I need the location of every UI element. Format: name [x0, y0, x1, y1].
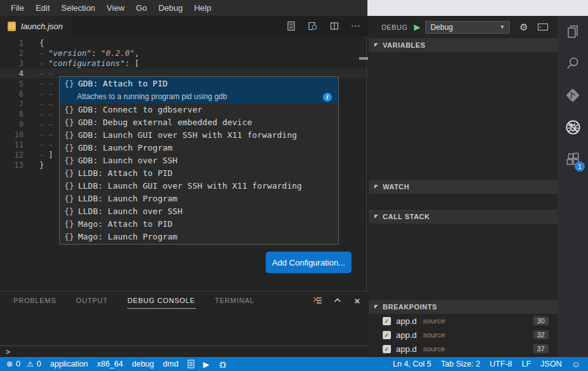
line-number: 4 [0, 69, 24, 79]
more-actions-icon[interactable]: ⋯ [350, 21, 361, 32]
add-configuration-button[interactable]: Add Configuration... [266, 252, 352, 273]
suggest-item[interactable]: {}GDB: Launch GUI over SSH with X11 forw… [60, 129, 338, 142]
smiley-icon[interactable]: ☺ [571, 359, 580, 369]
tab-whitespace: → [39, 110, 48, 120]
menu-selection[interactable]: Selection [55, 3, 100, 13]
status-right: Ln 4, Col 5Tab Size: 2UTF-8LFJSON☺ [393, 359, 588, 369]
line-content: →"version": "0.2.0", [39, 48, 139, 58]
suggest-item[interactable]: {}LLDB: Launch Program [60, 192, 338, 205]
editor-line: 2→"version": "0.2.0", [0, 48, 369, 58]
line-number: 3 [0, 58, 24, 69]
suggest-label: Mago: Launch Program [78, 231, 178, 243]
line-number: 12 [0, 150, 24, 160]
split-editor-icon[interactable] [329, 21, 339, 32]
section-watch[interactable]: WATCH [369, 180, 557, 194]
debug-console-input[interactable]: > [0, 346, 369, 357]
breakpoint-checkbox[interactable]: ✓ [383, 345, 391, 353]
snippet-icon: {} [64, 154, 74, 167]
tab-whitespace: → [39, 151, 48, 161]
breakpoint-row[interactable]: ✓app.dsource37 [369, 342, 557, 356]
suggest-widget: {}GDB: Attach to PIDAttaches to a runnin… [59, 76, 339, 245]
breakpoint-checkbox[interactable]: ✓ [383, 331, 391, 339]
line-number: 11 [0, 140, 24, 150]
tab-whitespace: → [39, 120, 48, 130]
tab-launch-json[interactable]: {} launch.json [0, 16, 72, 36]
section-call-stack[interactable]: CALL STACK [369, 210, 557, 224]
open-preview-icon[interactable] [285, 21, 296, 32]
tab-whitespace: → [48, 120, 57, 130]
bug-icon[interactable] [218, 360, 228, 369]
status-application[interactable]: application [50, 360, 88, 368]
problems-indicator[interactable]: ⊗ 0 ⚠ 0 [6, 360, 41, 368]
panel-tab-output[interactable]: OUTPUT [76, 293, 109, 308]
breakpoint-checkbox[interactable]: ✓ [383, 317, 391, 325]
suggest-item[interactable]: {}LLDB: Launch GUI over SSH with X11 for… [60, 180, 338, 192]
maximize-panel-icon[interactable] [332, 295, 343, 306]
clear-console-icon[interactable] [313, 295, 323, 306]
suggest-item[interactable]: {}GDB: Debug external embedded device [60, 116, 338, 129]
suggest-item[interactable]: {}LLDB: Launch over SSH [60, 205, 338, 218]
call-stack-body [369, 224, 557, 300]
menu-file[interactable]: File [5, 3, 30, 13]
suggest-item[interactable]: {}Mago: Launch Program [60, 231, 338, 243]
suggest-item[interactable]: {}GDB: Launch Program [60, 142, 338, 154]
menu-view[interactable]: View [101, 3, 130, 13]
suggest-label: GDB: Launch GUI over SSH with X11 forwar… [78, 129, 297, 142]
info-icon[interactable]: i [323, 93, 332, 102]
status-dmd[interactable]: dmd [163, 360, 178, 368]
open-console-icon[interactable]: › [538, 24, 548, 30]
menu-go[interactable]: Go [130, 3, 153, 13]
source-control-icon[interactable] [557, 79, 588, 111]
breakpoint-kind: source [423, 317, 446, 325]
chevron-down-icon: ▼ [500, 24, 505, 30]
suggest-item[interactable]: {}GDB: Attach to PID [60, 77, 338, 90]
line-content: →"configurations": [ [39, 58, 139, 69]
status-json[interactable]: JSON [540, 360, 561, 368]
status-tab-size-2[interactable]: Tab Size: 2 [441, 360, 481, 368]
suggest-item[interactable]: {}GDB: Connect to gdbserver [60, 104, 338, 116]
panel-tab-problems[interactable]: PROBLEMS [13, 293, 57, 308]
suggest-item[interactable]: {}LLDB: Attach to PID [60, 167, 338, 180]
debug-config-dropdown[interactable]: Debug ▼ [425, 21, 510, 34]
suggest-label: GDB: Connect to gdbserver [78, 104, 203, 116]
status-utf-8[interactable]: UTF-8 [489, 360, 512, 368]
menu-debug[interactable]: Debug [153, 3, 188, 13]
code-token: "version" [48, 48, 92, 58]
panel-tab-debug-console[interactable]: DEBUG CONSOLE [127, 293, 196, 309]
error-count: 0 [16, 360, 20, 368]
status-lf[interactable]: LF [522, 360, 531, 368]
section-breakpoints[interactable]: BREAKPOINTS [369, 300, 557, 314]
debug-icon[interactable] [557, 111, 588, 143]
warning-count: 0 [37, 360, 41, 368]
breakpoint-row[interactable]: ✓app.dsource32 [369, 328, 557, 342]
suggest-description: Attaches to a running program pid using … [60, 90, 338, 104]
close-panel-icon[interactable]: × [352, 295, 362, 306]
section-variables[interactable]: VARIABLES [369, 38, 557, 52]
breakpoint-row[interactable]: ✓app.dsource30 [369, 314, 557, 328]
extensions-icon[interactable]: 1 [557, 143, 588, 175]
status-x86_64[interactable]: x86_64 [97, 360, 123, 368]
start-debug-icon[interactable]: ▶ [414, 22, 420, 32]
menu-help[interactable]: Help [188, 3, 217, 13]
panel-tab-terminal[interactable]: TERMINAL [214, 293, 255, 308]
document-icon[interactable] [188, 360, 195, 368]
warning-icon: ⚠ [27, 360, 34, 368]
twistie-icon [374, 215, 378, 219]
overview-ruler-cursor-mark [359, 57, 368, 60]
run-icon[interactable]: ▶ [203, 360, 210, 369]
suggest-item[interactable]: {}Mago: Attach to PID [60, 218, 338, 231]
snippet-icon: {} [64, 142, 74, 154]
search-preview-icon[interactable] [307, 21, 318, 32]
search-icon[interactable] [557, 48, 588, 79]
menu-edit[interactable]: Edit [30, 3, 55, 13]
line-content: →→ [39, 99, 57, 109]
suggest-item[interactable]: {}GDB: Launch over SSH [60, 154, 338, 167]
status-debug[interactable]: debug [132, 360, 154, 368]
line-content: →] [39, 150, 53, 160]
panel-tab-bar: PROBLEMSOUTPUTDEBUG CONSOLETERMINAL [0, 292, 369, 309]
gear-icon[interactable]: ⚙ [519, 22, 528, 33]
status-ln-4[interactable]: Ln 4, Col 5 [393, 360, 431, 368]
explorer-icon[interactable] [557, 16, 588, 48]
section-title: VARIABLES [383, 41, 425, 49]
code-token: "configurations" [48, 58, 125, 68]
